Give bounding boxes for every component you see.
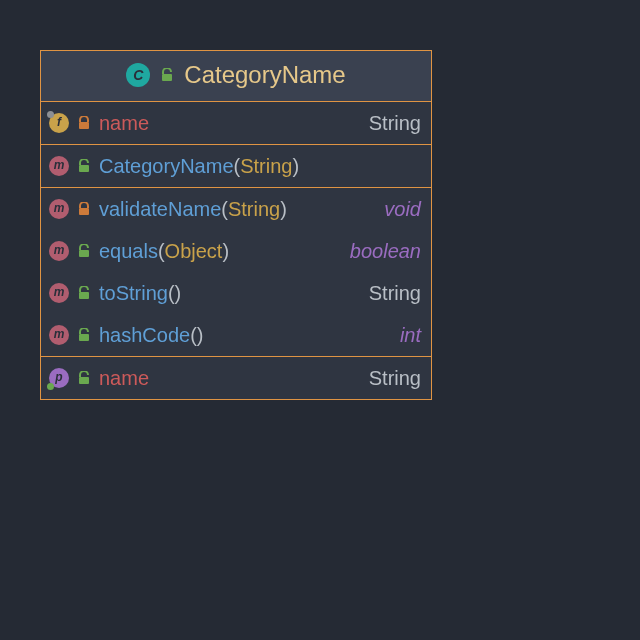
- class-diagram: C CategoryName fnameStringmCategoryName(…: [40, 50, 432, 400]
- member-name: hashCode(): [99, 319, 204, 351]
- member-row[interactable]: pnameString: [41, 357, 431, 399]
- return-type: String: [369, 362, 421, 394]
- svg-rect-6: [79, 334, 89, 341]
- member-name: equals(Object): [99, 235, 229, 267]
- member-row[interactable]: mequals(Object)boolean: [41, 230, 431, 272]
- svg-rect-3: [79, 208, 89, 215]
- class-title: CategoryName: [184, 61, 345, 89]
- return-type: void: [384, 193, 421, 225]
- property-icon: p: [49, 368, 69, 388]
- member-name: toString(): [99, 277, 181, 309]
- method-icon: m: [49, 156, 69, 176]
- visibility-icon: [160, 68, 174, 82]
- lock-open-icon: [77, 371, 91, 385]
- svg-rect-0: [162, 74, 172, 81]
- member-row[interactable]: fnameString: [41, 102, 431, 144]
- member-row[interactable]: mtoString()String: [41, 272, 431, 314]
- member-section: mCategoryName(String): [41, 145, 431, 188]
- lock-closed-icon: [77, 116, 91, 130]
- return-type: String: [369, 107, 421, 139]
- method-icon: m: [49, 241, 69, 261]
- member-name: name: [99, 362, 149, 394]
- member-name: validateName(String): [99, 193, 287, 225]
- lock-open-icon: [77, 244, 91, 258]
- field-icon: f: [49, 113, 69, 133]
- return-type: String: [369, 277, 421, 309]
- member-section: fnameString: [41, 102, 431, 145]
- class-header: C CategoryName: [41, 51, 431, 102]
- member-row[interactable]: mvalidateName(String)void: [41, 188, 431, 230]
- lock-open-icon: [77, 159, 91, 173]
- class-icon: C: [126, 63, 150, 87]
- svg-rect-5: [79, 292, 89, 299]
- member-name: CategoryName(String): [99, 150, 299, 182]
- method-icon: m: [49, 325, 69, 345]
- lock-open-icon: [77, 328, 91, 342]
- svg-rect-1: [79, 122, 89, 129]
- method-icon: m: [49, 283, 69, 303]
- member-section: pnameString: [41, 357, 431, 399]
- lock-closed-icon: [77, 202, 91, 216]
- member-name: name: [99, 107, 149, 139]
- method-icon: m: [49, 199, 69, 219]
- lock-open-icon: [77, 286, 91, 300]
- member-row[interactable]: mhashCode()int: [41, 314, 431, 356]
- member-section: mvalidateName(String)voidmequals(Object)…: [41, 188, 431, 357]
- svg-rect-2: [79, 165, 89, 172]
- svg-rect-4: [79, 250, 89, 257]
- return-type: boolean: [350, 235, 421, 267]
- return-type: int: [400, 319, 421, 351]
- svg-rect-7: [79, 377, 89, 384]
- member-row[interactable]: mCategoryName(String): [41, 145, 431, 187]
